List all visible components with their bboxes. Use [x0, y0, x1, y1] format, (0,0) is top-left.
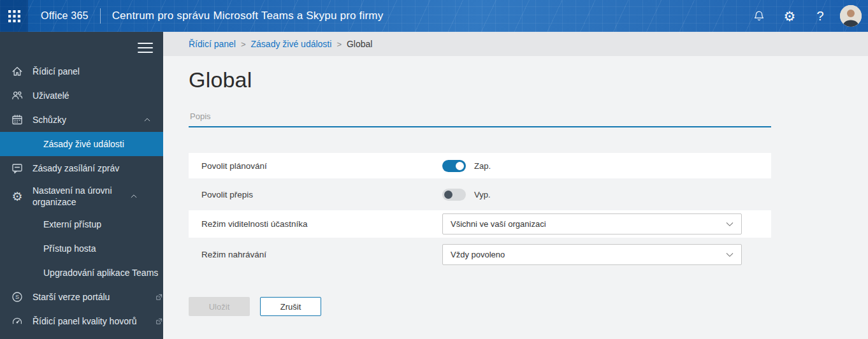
cancel-button[interactable]: Zrušit [260, 297, 321, 316]
help-icon[interactable]: ? [809, 5, 831, 27]
people-icon [10, 89, 24, 102]
skype-icon: S [10, 291, 24, 303]
app-launcher-button[interactable] [0, 0, 28, 32]
setting-row-allow-scheduling: Povolit plánování Zap. [189, 153, 771, 178]
external-link-icon [155, 293, 163, 301]
sidebar-item-label: Nastavení na úrovni organizace [33, 185, 129, 208]
setting-row-attendee-visibility: Režim viditelnosti účastníka Všichni ve … [189, 210, 771, 238]
sidebar-item-label: Uživatelé [33, 90, 163, 101]
topbar: Office 365 Centrum pro správu Microsoft … [0, 0, 868, 32]
setting-label: Režim viditelnosti účastníka [201, 219, 442, 229]
gauge-icon [10, 315, 24, 328]
breadcrumb-separator: > [241, 40, 246, 49]
dropdown-value: Všichni ve vaší organizaci [451, 219, 726, 229]
setting-label: Povolit přepis [201, 190, 442, 199]
dropdown-value: Vždy povoleno [451, 250, 726, 259]
sidebar-item-label: Externí přístup [43, 219, 101, 229]
setting-label: Režim nahrávání [201, 250, 442, 259]
chevron-up-icon [143, 115, 152, 124]
calendar-icon [10, 113, 24, 126]
chat-icon [10, 162, 24, 175]
office-365-brand[interactable]: Office 365 [41, 10, 89, 22]
sidebar-item-label: Řídicí panel kvality hovorů [33, 315, 150, 327]
page-title: Global [189, 68, 771, 92]
external-link-icon [155, 317, 163, 326]
breadcrumb: Řídicí panel > Zásady živé události > Gl… [163, 32, 868, 56]
sidebar-item-label: Zásady zasílání zpráv [33, 162, 163, 174]
admin-center-title: Centrum pro správu Microsoft Teams a Sky… [112, 10, 384, 22]
sidebar-item-users[interactable]: Uživatelé [0, 83, 163, 108]
sidebar-item-legacy-portal[interactable]: S Starší verze portálu [0, 285, 163, 309]
sidebar-item-label: Zásady živé události [43, 139, 124, 149]
waffle-icon [8, 10, 20, 22]
settings-gear-icon[interactable]: ⚙ [779, 5, 800, 27]
sidebar-item-label: Řídicí panel [33, 66, 163, 77]
main-content: Řídicí panel > Zásady živé události > Gl… [163, 32, 868, 339]
setting-row-recording-mode: Režim nahrávání Vždy povoleno [189, 241, 771, 268]
attendee-visibility-dropdown[interactable]: Všichni ve vaší organizaci [442, 213, 742, 234]
home-icon [10, 65, 24, 78]
breadcrumb-dashboard-link[interactable]: Řídicí panel [189, 39, 236, 49]
gear-icon: ⚙ [10, 190, 24, 203]
chevron-down-icon [726, 252, 734, 257]
setting-row-allow-transcription: Povolit přepis Vyp. [189, 182, 771, 207]
chevron-down-icon [726, 222, 734, 227]
description-input[interactable] [189, 108, 771, 127]
sidebar-item-live-events-policies[interactable]: Zásady živé události [0, 132, 163, 156]
sidebar-item-label: Přístup hosta [43, 243, 96, 254]
sidebar-item-messaging-policies[interactable]: Zásady zasílání zpráv [0, 156, 163, 180]
sidebar-item-teams-upgrade[interactable]: Upgradování aplikace Teams [0, 261, 163, 285]
sidebar-item-external-access[interactable]: Externí přístup [0, 212, 163, 236]
toggle-state-label: Vyp. [474, 190, 491, 199]
recording-mode-dropdown[interactable]: Vždy povoleno [442, 244, 742, 265]
sidebar-item-call-quality-dashboard[interactable]: Řídicí panel kvality hovorů [0, 309, 163, 333]
avatar[interactable] [840, 5, 862, 27]
chevron-up-icon [129, 192, 138, 201]
sidebar-item-org-wide-settings[interactable]: ⚙ Nastavení na úrovni organizace [0, 180, 163, 212]
sidebar-item-dashboard[interactable]: Řídicí panel [0, 59, 163, 83]
topbar-divider [100, 8, 101, 24]
sidebar-item-meetings[interactable]: Schůzky [0, 108, 163, 132]
sidebar: Řídicí panel Uživatelé Schůzky Zásady ži… [0, 32, 163, 339]
setting-label: Povolit plánování [201, 161, 442, 171]
allow-scheduling-toggle[interactable] [442, 160, 466, 172]
topbar-actions: ⚙ ? [748, 5, 868, 27]
breadcrumb-live-events-link[interactable]: Zásady živé události [251, 39, 332, 49]
settings-list: Povolit plánování Zap. Povolit přepis Vy… [189, 153, 771, 268]
toggle-state-label: Zap. [474, 161, 491, 171]
notifications-bell-icon[interactable] [748, 5, 770, 27]
save-button[interactable]: Uložit [189, 297, 250, 316]
breadcrumb-current: Global [347, 39, 372, 49]
hamburger-menu-button[interactable] [138, 43, 153, 53]
sidebar-item-label: Starší verze portálu [33, 291, 150, 303]
sidebar-item-label: Upgradování aplikace Teams [43, 268, 158, 278]
allow-transcription-toggle[interactable] [442, 189, 466, 201]
svg-text:S: S [15, 294, 19, 300]
sidebar-item-label: Schůzky [33, 114, 143, 126]
form-actions: Uložit Zrušit [189, 297, 771, 316]
breadcrumb-separator: > [336, 40, 342, 49]
sidebar-item-guest-access[interactable]: Přístup hosta [0, 236, 163, 261]
